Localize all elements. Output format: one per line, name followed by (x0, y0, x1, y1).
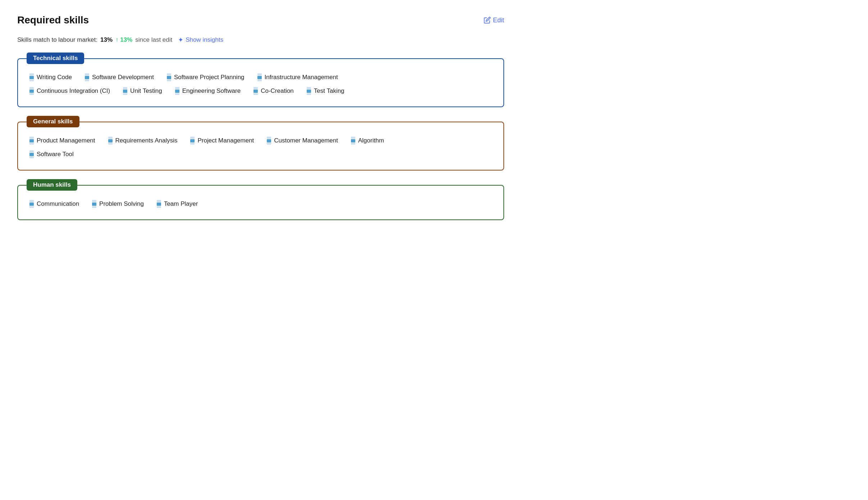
list-item: Product Management (29, 137, 95, 145)
list-item: Software Tool (29, 150, 74, 158)
section-label-human: Human skills (27, 179, 77, 191)
section-technical: Technical skillsWriting CodeSoftware Dev… (17, 58, 504, 107)
skills-match-row: Skills match to labour market: 13% ↑ 13%… (17, 36, 504, 44)
skill-name: Team Player (164, 200, 198, 208)
insights-sparkle-icon: ✦ (178, 36, 183, 44)
skill-name: Writing Code (37, 74, 72, 81)
skills-match-change: ↑ 13% (115, 36, 132, 44)
list-item: Algorithm (351, 137, 384, 145)
skill-name: Algorithm (358, 137, 384, 144)
skill-bar-icon (92, 200, 96, 208)
list-item: Continuous Integration (CI) (29, 87, 110, 95)
list-item: Communication (29, 200, 79, 208)
skill-row: CommunicationProblem SolvingTeam Player (29, 200, 492, 208)
skill-bar-icon (307, 87, 311, 95)
skill-name: Customer Management (274, 137, 338, 144)
skill-name: Problem Solving (99, 200, 144, 208)
edit-button[interactable]: Edit (484, 17, 504, 24)
list-item: Requirements Analysis (108, 137, 178, 145)
list-item: Infrastructure Management (257, 73, 338, 81)
edit-icon (484, 17, 491, 24)
section-label-technical: Technical skills (27, 53, 84, 64)
skill-row: Continuous Integration (CI)Unit TestingE… (29, 87, 492, 95)
skill-row: Software Tool (29, 150, 492, 158)
section-general: General skillsProduct ManagementRequirem… (17, 122, 504, 171)
skill-bar-icon (167, 73, 171, 81)
skill-bar-icon (29, 87, 34, 95)
list-item: Software Development (85, 73, 154, 81)
section-human: Human skillsCommunicationProblem Solving… (17, 185, 504, 220)
skill-bar-icon (29, 73, 34, 81)
skill-bar-icon (123, 87, 127, 95)
list-item: Team Player (157, 200, 198, 208)
skill-name: Co-Creation (261, 87, 294, 95)
skill-name: Software Tool (37, 151, 74, 158)
list-item: Customer Management (267, 137, 338, 145)
skill-name: Software Project Planning (174, 74, 245, 81)
skill-bar-icon (257, 73, 262, 81)
skill-name: Engineering Software (182, 87, 241, 95)
list-item: Test Taking (307, 87, 344, 95)
skills-match-label: Skills match to labour market: (17, 36, 97, 44)
skill-bar-icon (267, 137, 271, 145)
skill-name: Infrastructure Management (265, 74, 338, 81)
list-item: Co-Creation (253, 87, 294, 95)
skill-name: Product Management (37, 137, 95, 144)
list-item: Writing Code (29, 73, 72, 81)
list-item: Software Project Planning (167, 73, 245, 81)
skill-name: Continuous Integration (CI) (37, 87, 110, 95)
skill-bar-icon (253, 87, 258, 95)
skill-name: Unit Testing (130, 87, 162, 95)
list-item: Problem Solving (92, 200, 144, 208)
skill-bar-icon (157, 200, 161, 208)
skill-bar-icon (29, 150, 34, 158)
list-item: Engineering Software (175, 87, 241, 95)
list-item: Project Management (190, 137, 254, 145)
skill-name: Project Management (197, 137, 254, 144)
skills-grid-general: Product ManagementRequirements AnalysisP… (29, 137, 492, 158)
skill-bar-icon (85, 73, 89, 81)
skills-match-percent: 13% (100, 36, 113, 44)
page-title: Required skills (17, 14, 89, 26)
skill-name: Communication (37, 200, 79, 208)
skill-bar-icon (29, 137, 34, 145)
skill-bar-icon (351, 137, 355, 145)
skills-grid-technical: Writing CodeSoftware DevelopmentSoftware… (29, 73, 492, 95)
skill-bar-icon (175, 87, 179, 95)
section-label-general: General skills (27, 116, 79, 127)
list-item: Unit Testing (123, 87, 162, 95)
skill-name: Software Development (92, 74, 154, 81)
skill-bar-icon (29, 200, 34, 208)
skill-row: Product ManagementRequirements AnalysisP… (29, 137, 492, 145)
skills-match-since: since last edit (135, 36, 172, 44)
skills-grid-human: CommunicationProblem SolvingTeam Player (29, 200, 492, 208)
skill-name: Test Taking (314, 87, 344, 95)
show-insights-button[interactable]: ✦ Show insights (178, 36, 223, 44)
skill-name: Requirements Analysis (115, 137, 178, 144)
skill-row: Writing CodeSoftware DevelopmentSoftware… (29, 73, 492, 81)
skill-bar-icon (108, 137, 113, 145)
skill-bar-icon (190, 137, 195, 145)
